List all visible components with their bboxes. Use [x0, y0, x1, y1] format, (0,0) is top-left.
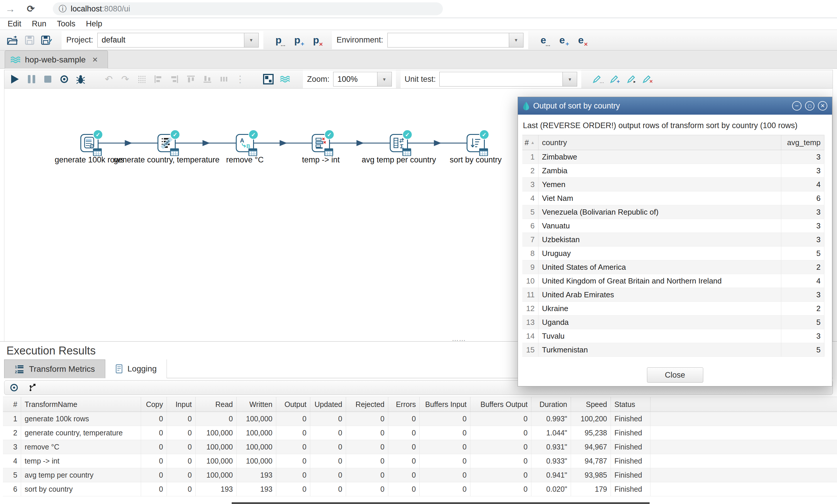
environment-combo[interactable]: ▼ [387, 33, 523, 48]
environment-add-button[interactable]: e+ [553, 32, 572, 48]
flow-branch-icon[interactable] [29, 383, 37, 392]
cell: 0 [470, 412, 531, 426]
table-row[interactable]: 4temp -> int00100,000100,0000000000.933"… [3, 454, 837, 468]
table-row[interactable]: 11United Arab Emirates3 [522, 288, 824, 302]
column-header: # [3, 397, 21, 412]
open-file-button[interactable] [4, 32, 21, 48]
align-bottom-button[interactable] [199, 71, 216, 87]
data-grid-badge-icon[interactable] [170, 148, 179, 156]
menu-edit[interactable]: Edit [7, 19, 21, 29]
redo-button[interactable]: ↷ [117, 71, 133, 87]
table-row[interactable]: 1generate 100k rows000100,0000000000.993… [3, 412, 837, 426]
table-row[interactable]: 6Vanuatu3 [522, 219, 824, 233]
check-badge-icon: ✓ [403, 130, 412, 139]
unit-test-delete-button[interactable]: ✕ [639, 71, 656, 87]
table-row[interactable]: 13Uganda5 [522, 316, 824, 329]
dialog-titlebar[interactable]: Output of sort by country − ▢ ✕ [518, 97, 832, 115]
unit-test-edit-button[interactable]: … [590, 71, 606, 87]
forward-icon[interactable]: → [0, 3, 20, 15]
table-row[interactable]: 3Yemen4 [522, 178, 824, 192]
table-row[interactable]: 1Zimbabwe3 [522, 150, 824, 164]
project-edit-button[interactable]: p… [269, 32, 288, 48]
reload-icon[interactable]: ⟳ [20, 3, 41, 14]
table-row[interactable]: 3remove °C00100,000100,0000000000.931"94… [3, 440, 837, 454]
align-top-button[interactable] [183, 71, 199, 87]
show-rows-icon[interactable] [10, 383, 18, 392]
table-row[interactable]: 4Viet Nam6 [522, 192, 824, 205]
unit-test-combo[interactable]: ▼ [439, 72, 577, 87]
transform-sort-by-country[interactable]: ✓ [467, 134, 485, 152]
align-right-button[interactable] [166, 71, 183, 87]
unit-test-value [439, 72, 563, 87]
menu-help[interactable]: Help [86, 19, 102, 29]
dialog-subtitle: Last (REVERSE ORDER!) output rows of tra… [523, 121, 827, 130]
column-header: Status [611, 397, 651, 412]
project-add-button[interactable]: p+ [288, 32, 307, 48]
data-grid-badge-icon[interactable] [248, 148, 257, 156]
table-row[interactable]: 2Zambia3 [522, 164, 824, 178]
project-delete-button[interactable]: p✕ [307, 32, 325, 48]
column-header[interactable]: #▲ [522, 135, 538, 150]
table-row[interactable]: 10United Kingdom of Great Britain and No… [522, 274, 824, 288]
data-grid-badge-icon[interactable] [324, 148, 333, 156]
save-disk-icon [25, 35, 35, 45]
menu-tools[interactable]: Tools [57, 19, 75, 29]
minimize-icon[interactable]: − [792, 101, 802, 110]
table-row[interactable]: 8Uruguay5 [522, 247, 824, 260]
snap-grid-button[interactable] [133, 71, 150, 87]
site-info-icon[interactable]: ⓘ [59, 3, 67, 14]
table-row[interactable]: 15Turkmenistan5 [522, 343, 824, 357]
menu-run[interactable]: Run [32, 19, 47, 29]
data-grid-badge-icon[interactable] [403, 148, 411, 156]
toggle-execution-results-button[interactable] [260, 71, 277, 87]
column-header[interactable]: country [538, 135, 781, 150]
pause-button[interactable] [23, 71, 40, 87]
table-row[interactable]: 5Venezuela (Bolivarian Republic of)3 [522, 205, 824, 219]
data-grid-badge-icon[interactable] [479, 148, 488, 156]
stop-button[interactable] [40, 71, 56, 87]
environment-delete-button[interactable]: e✕ [572, 32, 590, 48]
save-as-button[interactable] [38, 32, 55, 48]
project-combo[interactable]: default ▼ [97, 33, 259, 48]
table-row[interactable]: 5avg temp per country00100,0001930000000… [3, 468, 837, 482]
tab-transform-metrics[interactable]: 1 2 Transform Metrics [4, 359, 105, 378]
redo-icon: ↷ [121, 74, 129, 85]
cell: United States of America [538, 260, 781, 274]
save-button[interactable] [21, 32, 38, 48]
close-icon[interactable]: ✕ [818, 101, 827, 110]
table-row[interactable]: 14Tuvalu3 [522, 329, 824, 343]
table-row[interactable]: 12Ukraine2 [522, 302, 824, 316]
tab-hop-web-sample[interactable]: hop-web-sample ✕ [5, 50, 108, 69]
environment-edit-button[interactable]: e… [534, 32, 553, 48]
transform-temp-to-int[interactable]: ✓ [312, 134, 330, 152]
table-row[interactable]: 7Uzbekistan3 [522, 233, 824, 247]
transform-generate-country-temperature[interactable]: Fake ✓ [158, 134, 176, 152]
cell: 0 [470, 454, 531, 468]
run-button[interactable] [7, 71, 23, 87]
debug-button[interactable] [72, 71, 89, 87]
preview-button[interactable] [56, 71, 72, 87]
more-actions-button[interactable]: ⋮ [232, 71, 248, 87]
unit-test-new-button[interactable]: + [606, 71, 623, 87]
align-left-button[interactable] [150, 71, 166, 87]
data-grid-badge-icon[interactable] [93, 148, 102, 156]
maximize-icon[interactable]: ▢ [805, 101, 815, 110]
address-bar[interactable]: ⓘ localhost:8080/ui [53, 2, 443, 15]
pipeline-settings-button[interactable] [277, 71, 293, 87]
unit-test-open-button[interactable]: ▸ [623, 71, 639, 87]
transform-generate-100k-rows[interactable]: ✓ [81, 134, 99, 152]
column-header[interactable]: avg_temp [781, 135, 824, 150]
horizontal-scrollbar[interactable] [232, 502, 649, 504]
transform-remove-degc[interactable]: A B ✓ [236, 134, 254, 152]
distribute-horizontal-button[interactable] [216, 71, 232, 87]
zoom-combo[interactable]: 100% ▼ [333, 72, 392, 87]
tab-close-icon[interactable]: ✕ [92, 56, 98, 64]
transform-avg-temp-per-country[interactable]: Σ ✓ [390, 134, 408, 152]
table-row[interactable]: 9United States of America2 [522, 260, 824, 274]
table-row[interactable]: 6sort by country001931930000000.020"179F… [3, 482, 837, 497]
cell: 0 [167, 440, 196, 454]
table-row[interactable]: 2generate country, temperature00100,0001… [3, 426, 837, 440]
close-button[interactable]: Close [647, 367, 703, 383]
tab-logging[interactable]: Logging [105, 359, 167, 378]
undo-button[interactable]: ↶ [101, 71, 117, 87]
